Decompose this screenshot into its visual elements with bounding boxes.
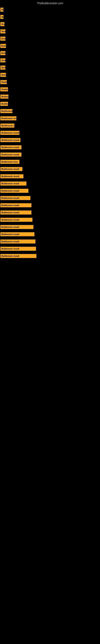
bottleneck-label: Bottleneck re [0, 124, 14, 128]
list-item: Bottlen [0, 86, 100, 93]
bottleneck-label: Bottleneck result [0, 167, 22, 171]
bottleneck-label: Bottleneck result [0, 218, 32, 222]
list-item: Bottl [0, 71, 100, 78]
bottleneck-label: Bottlen [0, 87, 8, 91]
bottleneck-label: Bottleneck resu [0, 160, 19, 164]
list-item: Bottleneck result [0, 231, 100, 238]
bottleneck-label: Bottleneck result [0, 203, 31, 207]
bottleneck-label: Bottleneck result [0, 131, 19, 135]
list-item: Bottleneck result [0, 136, 100, 144]
bottleneck-label: Bott [0, 66, 5, 70]
list-item: Bottlen [0, 100, 100, 108]
bottleneck-label: Bo [0, 15, 3, 19]
bottleneck-label: Bot [0, 22, 4, 26]
list-item: Bottleneck result [0, 238, 100, 245]
list-item: Bott [0, 50, 100, 57]
bottleneck-label: Bottlen [0, 102, 8, 106]
bottleneck-label: Bottleneck result [0, 182, 26, 186]
list-item: Bottleneck resu [0, 115, 100, 122]
list-item: Bott [0, 64, 100, 71]
bottleneck-label: Bottleneck result [0, 254, 36, 258]
list-item: Bott [0, 28, 100, 35]
list-item: Bottleneck result [0, 151, 100, 158]
bottleneck-label: Bottler [0, 94, 8, 98]
bottleneck-label: Bottleneck result [0, 210, 31, 214]
list-item: Bottleneck result [0, 187, 100, 194]
bottleneck-label: Bottleneck result [0, 152, 21, 156]
bottleneck-label: Bottleneck result [0, 145, 21, 149]
list-item: Bottleneck result [0, 166, 100, 173]
bottleneck-label: Bottl [0, 44, 6, 48]
bottleneck-label: Bottleneck resu [0, 116, 16, 120]
bottleneck-label: Bott [0, 51, 5, 55]
list-item: Bottleneck result [0, 216, 100, 224]
bottleneck-label: Bottleneck r [0, 109, 12, 113]
list-item: Bottleneck result [0, 194, 100, 202]
bottleneck-label: Bottleneck result [0, 225, 33, 229]
bottleneck-label: Bottleneck result [0, 189, 28, 193]
bottleneck-label: Bottleneck result [0, 240, 35, 244]
list-item: Bot [0, 20, 100, 28]
list-item: Bo [0, 6, 100, 13]
items-container: BoBoBotBottBottBottlBottBottBottBottlBot… [0, 6, 100, 260]
bottleneck-label: Bo [0, 8, 3, 12]
bottleneck-label: Bottleneck result [0, 232, 34, 236]
list-item: Bottleneck result [0, 209, 100, 216]
list-item: Bottl [0, 42, 100, 50]
list-item: Bottler [0, 93, 100, 100]
bottleneck-label: Bottleneck result [0, 138, 20, 142]
list-item: Bottleneck result [0, 224, 100, 231]
list-item: Bottleneck result [0, 180, 100, 187]
bottleneck-label: Bottleneck result [0, 174, 23, 178]
bottleneck-label: Bott [0, 58, 5, 62]
bottleneck-label: Bottle [0, 80, 7, 84]
list-item: Bo [0, 13, 100, 20]
list-item: Bottleneck r [0, 108, 100, 115]
list-item: Bottleneck result [0, 202, 100, 209]
bottleneck-label: Bott [0, 30, 5, 34]
list-item: Bott [0, 35, 100, 42]
list-item: Bottleneck result [0, 173, 100, 180]
bottleneck-label: Bott [0, 37, 5, 41]
list-item: Bottleneck result [0, 252, 100, 260]
list-item: Bottleneck re [0, 122, 100, 129]
list-item: Bottleneck resu [0, 158, 100, 166]
bottleneck-label: Bottl [0, 73, 6, 77]
list-item: Bott [0, 57, 100, 64]
bottleneck-label: Bottleneck result [0, 247, 36, 251]
list-item: Bottleneck result [0, 129, 100, 136]
list-item: Bottleneck result [0, 144, 100, 151]
bottleneck-label: Bottleneck result [0, 196, 30, 200]
list-item: Bottleneck result [0, 245, 100, 252]
list-item: Bottle [0, 78, 100, 86]
site-title: TheBottlenecker.com [0, 0, 100, 6]
